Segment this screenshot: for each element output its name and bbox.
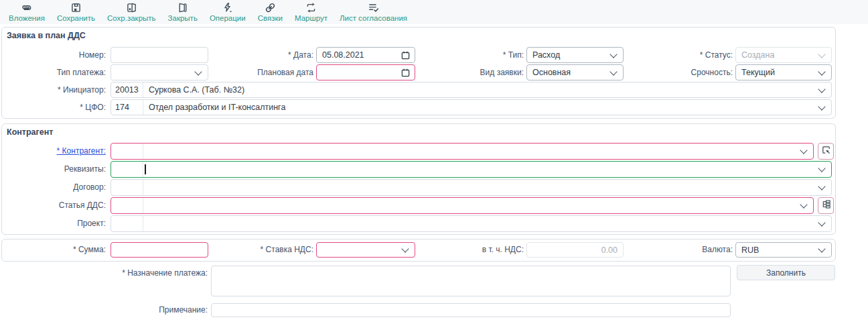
currency-label: Валюта: bbox=[630, 242, 733, 258]
text-cursor bbox=[145, 164, 146, 174]
chevron-down-icon bbox=[800, 201, 807, 208]
calendar-icon[interactable] bbox=[401, 68, 410, 77]
project-combo[interactable] bbox=[111, 215, 832, 232]
contract-combo[interactable] bbox=[111, 179, 832, 196]
counterparty-code bbox=[111, 144, 143, 159]
note-input[interactable] bbox=[211, 303, 731, 317]
counterparty-link-label[interactable]: * Контрагент: bbox=[0, 143, 106, 160]
save-icon bbox=[70, 2, 82, 13]
save-button[interactable]: Сохранить bbox=[51, 1, 101, 23]
fill-button[interactable]: Заполнить bbox=[737, 265, 835, 280]
vat-rate-label: * Ставка НДС: bbox=[214, 242, 313, 258]
date-value: 05.08.2021 bbox=[317, 50, 401, 60]
request-panel-title: Заявка в план ДДС bbox=[7, 31, 86, 40]
dds-article-code bbox=[111, 198, 143, 213]
date-label: * Дата: bbox=[214, 47, 313, 63]
status-select: Создана bbox=[735, 47, 832, 63]
chevron-down-icon bbox=[818, 219, 825, 226]
requisites-code bbox=[111, 162, 143, 177]
note-label: Примечание: bbox=[40, 303, 208, 317]
dds-article-combo[interactable] bbox=[111, 197, 814, 214]
paperclip-icon bbox=[21, 2, 32, 13]
lightning-icon bbox=[222, 2, 233, 13]
type-label: * Тип: bbox=[422, 47, 524, 63]
route-cycle-icon bbox=[305, 2, 317, 13]
status-value: Создана bbox=[736, 50, 816, 60]
approval-sheet-label: Лист согласования bbox=[340, 14, 407, 23]
dds-request-form: Вложения Сохранить Сохр.закрыть Закрыть … bbox=[0, 0, 868, 334]
save-close-label: Сохр.закрыть bbox=[107, 14, 156, 23]
payment-purpose-textarea[interactable] bbox=[211, 266, 731, 296]
save-label: Сохранить bbox=[57, 14, 95, 23]
planned-date-field[interactable] bbox=[316, 64, 415, 80]
number-input[interactable] bbox=[111, 47, 208, 63]
counterparty-combo[interactable] bbox=[111, 143, 814, 160]
vat-included-input bbox=[526, 242, 624, 258]
type-value: Расход bbox=[527, 50, 608, 60]
operations-label: Операции bbox=[210, 14, 246, 23]
planned-date-label: Плановая дата bbox=[214, 64, 313, 80]
request-kind-select[interactable]: Основная bbox=[526, 64, 624, 80]
counterparty-pick-button[interactable] bbox=[818, 143, 834, 160]
chevron-down-icon bbox=[194, 68, 202, 75]
save-close-button[interactable]: Сохр.закрыть bbox=[101, 1, 162, 23]
cfo-label: * ЦФО: bbox=[0, 99, 106, 115]
route-label: Маршрут bbox=[295, 14, 328, 23]
dds-article-tree-button[interactable] bbox=[818, 197, 834, 214]
chevron-down-icon bbox=[609, 68, 617, 75]
toolbar: Вложения Сохранить Сохр.закрыть Закрыть … bbox=[0, 0, 868, 24]
chevron-down-icon bbox=[818, 68, 825, 75]
type-select[interactable]: Расход bbox=[526, 47, 624, 63]
links-button[interactable]: Связки bbox=[252, 1, 289, 23]
currency-select[interactable]: RUB bbox=[735, 242, 832, 258]
cfo-combo[interactable]: 174 Отдел разработки и IT-консалтинга bbox=[111, 99, 832, 115]
urgency-value: Текущий bbox=[736, 68, 816, 77]
date-field[interactable]: 05.08.2021 bbox=[316, 47, 415, 63]
amount-label: * Сумма: bbox=[0, 242, 106, 258]
chevron-down-icon bbox=[818, 50, 825, 58]
counterparty-panel-title: Контрагент bbox=[7, 127, 53, 137]
calendar-icon[interactable] bbox=[401, 51, 410, 60]
initiator-combo[interactable]: 20013 Суркова С.А. (Таб. №32) bbox=[111, 82, 832, 98]
tree-hierarchy-icon bbox=[821, 199, 831, 212]
urgency-label: Срочность: bbox=[630, 64, 733, 80]
urgency-select[interactable]: Текущий bbox=[735, 64, 832, 80]
chevron-down-icon bbox=[818, 245, 825, 252]
cfo-code: 174 bbox=[111, 100, 143, 115]
request-kind-value: Основная bbox=[527, 68, 608, 77]
contract-code bbox=[111, 180, 143, 195]
vat-included-label: в т. ч. НДС: bbox=[422, 242, 524, 258]
route-button[interactable]: Маршрут bbox=[289, 1, 334, 23]
attachments-button[interactable]: Вложения bbox=[3, 1, 51, 23]
payment-purpose-label: * Назначение платежа: bbox=[40, 268, 208, 278]
door-close-icon bbox=[177, 2, 188, 13]
chevron-down-icon bbox=[401, 245, 409, 252]
amount-input[interactable] bbox=[111, 242, 208, 258]
initiator-value: Суркова С.А. (Таб. №32) bbox=[143, 85, 816, 95]
initiator-label: * Инициатор: bbox=[0, 82, 106, 98]
payment-type-label: Тип платежа: bbox=[0, 64, 106, 80]
checklist-icon bbox=[368, 2, 379, 13]
approval-sheet-button[interactable]: Лист согласования bbox=[334, 1, 413, 23]
chain-link-icon bbox=[265, 2, 276, 13]
status-label: * Статус: bbox=[630, 47, 733, 63]
contract-label: Договор: bbox=[0, 179, 106, 196]
links-label: Связки bbox=[258, 14, 283, 23]
requisites-combo[interactable] bbox=[111, 161, 832, 178]
attachments-label: Вложения bbox=[9, 14, 45, 23]
pick-from-list-icon bbox=[821, 145, 831, 158]
close-label: Закрыть bbox=[168, 14, 198, 23]
chevron-down-icon bbox=[818, 164, 825, 172]
close-button[interactable]: Закрыть bbox=[162, 1, 204, 23]
chevron-down-icon bbox=[800, 146, 807, 154]
chevron-down-icon bbox=[818, 85, 825, 93]
chevron-down-icon bbox=[818, 182, 825, 190]
currency-value: RUB bbox=[736, 245, 816, 255]
request-kind-label: Вид заявки: bbox=[422, 64, 524, 80]
save-close-icon bbox=[126, 2, 137, 13]
cfo-value: Отдел разработки и IT-консалтинга bbox=[143, 103, 816, 112]
project-code bbox=[111, 216, 143, 231]
vat-rate-select[interactable] bbox=[316, 242, 415, 258]
payment-type-select[interactable] bbox=[111, 64, 208, 80]
operations-button[interactable]: Операции bbox=[204, 1, 252, 23]
